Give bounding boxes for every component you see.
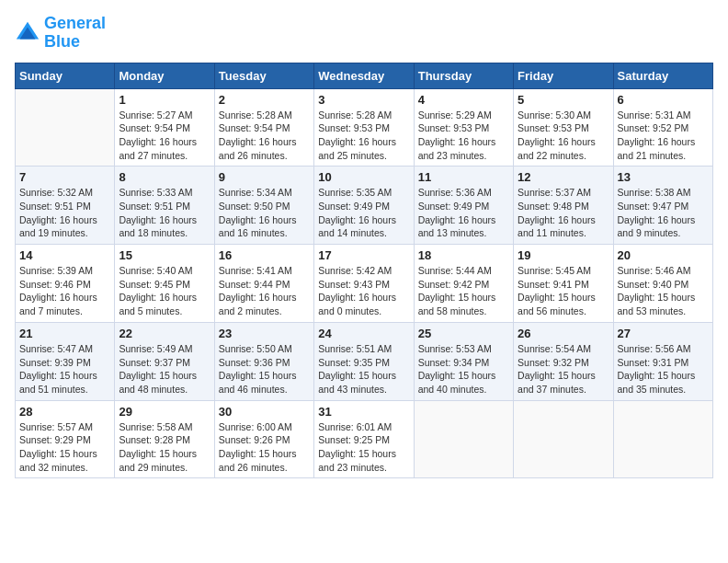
- cell-5-6: [514, 400, 613, 478]
- day-number: 21: [19, 327, 110, 340]
- cell-content: Sunrise: 5:29 AM Sunset: 9:53 PM Dayligh…: [418, 109, 509, 163]
- cell-3-7: 20Sunrise: 5:46 AM Sunset: 9:40 PM Dayli…: [613, 245, 712, 323]
- cell-5-5: [414, 400, 513, 478]
- day-number: 4: [418, 93, 509, 107]
- cell-3-6: 19Sunrise: 5:45 AM Sunset: 9:41 PM Dayli…: [514, 245, 613, 323]
- logo: General Blue: [15, 15, 106, 52]
- cell-content: Sunrise: 5:42 AM Sunset: 9:43 PM Dayligh…: [318, 264, 409, 318]
- cell-3-1: 14Sunrise: 5:39 AM Sunset: 9:46 PM Dayli…: [16, 245, 115, 323]
- day-number: 25: [418, 327, 509, 340]
- cell-content: Sunrise: 5:40 AM Sunset: 9:45 PM Dayligh…: [119, 264, 210, 318]
- day-number: 8: [119, 170, 210, 184]
- cell-4-7: 27Sunrise: 5:56 AM Sunset: 9:31 PM Dayli…: [613, 322, 712, 400]
- day-number: 1: [119, 93, 210, 107]
- day-number: 24: [318, 327, 409, 340]
- day-number: 20: [618, 248, 709, 262]
- logo-icon: [15, 20, 40, 46]
- cell-content: Sunrise: 5:56 AM Sunset: 9:31 PM Dayligh…: [618, 342, 709, 396]
- cell-content: Sunrise: 5:46 AM Sunset: 9:40 PM Dayligh…: [618, 264, 709, 318]
- cell-content: Sunrise: 5:47 AM Sunset: 9:39 PM Dayligh…: [19, 342, 110, 396]
- cell-5-4: 31Sunrise: 6:01 AM Sunset: 9:25 PM Dayli…: [314, 400, 414, 478]
- cell-content: Sunrise: 5:37 AM Sunset: 9:48 PM Dayligh…: [518, 186, 609, 240]
- day-number: 29: [119, 405, 210, 419]
- day-number: 22: [119, 327, 210, 340]
- cell-content: Sunrise: 5:44 AM Sunset: 9:42 PM Dayligh…: [418, 264, 509, 318]
- cell-2-2: 8Sunrise: 5:33 AM Sunset: 9:51 PM Daylig…: [115, 167, 214, 245]
- day-number: 11: [418, 170, 509, 184]
- day-number: 13: [618, 170, 709, 184]
- cell-1-1: [16, 88, 115, 167]
- cell-content: Sunrise: 6:01 AM Sunset: 9:25 PM Dayligh…: [318, 420, 409, 475]
- day-number: 10: [318, 170, 409, 184]
- cell-content: Sunrise: 5:27 AM Sunset: 9:54 PM Dayligh…: [119, 109, 210, 163]
- calendar-table: SundayMondayTuesdayWednesdayThursdayFrid…: [15, 63, 713, 479]
- day-number: 6: [618, 93, 709, 107]
- cell-1-7: 6Sunrise: 5:31 AM Sunset: 9:52 PM Daylig…: [613, 88, 712, 167]
- day-number: 17: [318, 248, 409, 262]
- header-saturday: Saturday: [613, 63, 712, 88]
- header-tuesday: Tuesday: [214, 63, 313, 88]
- cell-5-3: 30Sunrise: 6:00 AM Sunset: 9:26 PM Dayli…: [214, 400, 313, 478]
- header-thursday: Thursday: [414, 63, 513, 88]
- day-number: 30: [219, 405, 310, 419]
- cell-content: Sunrise: 5:35 AM Sunset: 9:49 PM Dayligh…: [318, 186, 409, 240]
- cell-4-3: 23Sunrise: 5:50 AM Sunset: 9:36 PM Dayli…: [214, 322, 313, 400]
- cell-content: Sunrise: 5:36 AM Sunset: 9:49 PM Dayligh…: [418, 186, 509, 240]
- day-number: 2: [219, 93, 310, 107]
- cell-1-2: 1Sunrise: 5:27 AM Sunset: 9:54 PM Daylig…: [115, 88, 214, 167]
- cell-content: Sunrise: 5:50 AM Sunset: 9:36 PM Dayligh…: [219, 342, 310, 396]
- week-row-2: 7Sunrise: 5:32 AM Sunset: 9:51 PM Daylig…: [16, 167, 713, 245]
- cell-2-3: 9Sunrise: 5:34 AM Sunset: 9:50 PM Daylig…: [214, 167, 313, 245]
- calendar-body: 1Sunrise: 5:27 AM Sunset: 9:54 PM Daylig…: [16, 88, 713, 478]
- cell-3-2: 15Sunrise: 5:40 AM Sunset: 9:45 PM Dayli…: [115, 245, 214, 323]
- day-number: 31: [318, 405, 409, 419]
- day-number: 16: [219, 248, 310, 262]
- cell-content: Sunrise: 5:33 AM Sunset: 9:51 PM Dayligh…: [119, 186, 210, 240]
- week-row-1: 1Sunrise: 5:27 AM Sunset: 9:54 PM Daylig…: [16, 88, 713, 167]
- cell-2-4: 10Sunrise: 5:35 AM Sunset: 9:49 PM Dayli…: [314, 167, 414, 245]
- cell-1-3: 2Sunrise: 5:28 AM Sunset: 9:54 PM Daylig…: [214, 88, 313, 167]
- cell-5-7: [613, 400, 712, 478]
- day-number: 5: [518, 93, 609, 107]
- header-friday: Friday: [514, 63, 613, 88]
- cell-3-3: 16Sunrise: 5:41 AM Sunset: 9:44 PM Dayli…: [214, 245, 313, 323]
- cell-content: Sunrise: 5:54 AM Sunset: 9:32 PM Dayligh…: [518, 342, 609, 396]
- cell-content: Sunrise: 5:31 AM Sunset: 9:52 PM Dayligh…: [618, 109, 709, 163]
- week-row-3: 14Sunrise: 5:39 AM Sunset: 9:46 PM Dayli…: [16, 245, 713, 323]
- cell-content: Sunrise: 5:38 AM Sunset: 9:47 PM Dayligh…: [618, 186, 709, 240]
- week-row-4: 21Sunrise: 5:47 AM Sunset: 9:39 PM Dayli…: [16, 322, 713, 400]
- cell-4-1: 21Sunrise: 5:47 AM Sunset: 9:39 PM Dayli…: [16, 322, 115, 400]
- day-number: 23: [219, 327, 310, 340]
- cell-3-5: 18Sunrise: 5:44 AM Sunset: 9:42 PM Dayli…: [414, 245, 513, 323]
- cell-content: Sunrise: 5:58 AM Sunset: 9:28 PM Dayligh…: [119, 420, 210, 475]
- cell-content: Sunrise: 5:30 AM Sunset: 9:53 PM Dayligh…: [518, 109, 609, 163]
- week-row-5: 28Sunrise: 5:57 AM Sunset: 9:29 PM Dayli…: [16, 400, 713, 478]
- cell-1-6: 5Sunrise: 5:30 AM Sunset: 9:53 PM Daylig…: [514, 88, 613, 167]
- header-row: SundayMondayTuesdayWednesdayThursdayFrid…: [16, 63, 713, 88]
- cell-4-2: 22Sunrise: 5:49 AM Sunset: 9:37 PM Dayli…: [115, 322, 214, 400]
- cell-content: Sunrise: 6:00 AM Sunset: 9:26 PM Dayligh…: [219, 420, 310, 475]
- cell-content: Sunrise: 5:57 AM Sunset: 9:29 PM Dayligh…: [19, 420, 110, 475]
- cell-content: Sunrise: 5:39 AM Sunset: 9:46 PM Dayligh…: [19, 264, 110, 318]
- cell-2-7: 13Sunrise: 5:38 AM Sunset: 9:47 PM Dayli…: [613, 167, 712, 245]
- header-sunday: Sunday: [16, 63, 115, 88]
- cell-4-4: 24Sunrise: 5:51 AM Sunset: 9:35 PM Dayli…: [314, 322, 414, 400]
- cell-content: Sunrise: 5:49 AM Sunset: 9:37 PM Dayligh…: [119, 342, 210, 396]
- cell-4-6: 26Sunrise: 5:54 AM Sunset: 9:32 PM Dayli…: [514, 322, 613, 400]
- header-wednesday: Wednesday: [314, 63, 414, 88]
- cell-1-4: 3Sunrise: 5:28 AM Sunset: 9:53 PM Daylig…: [314, 88, 414, 167]
- cell-content: Sunrise: 5:32 AM Sunset: 9:51 PM Dayligh…: [19, 186, 110, 240]
- day-number: 18: [418, 248, 509, 262]
- cell-4-5: 25Sunrise: 5:53 AM Sunset: 9:34 PM Dayli…: [414, 322, 513, 400]
- cell-content: Sunrise: 5:34 AM Sunset: 9:50 PM Dayligh…: [219, 186, 310, 240]
- day-number: 27: [618, 327, 709, 340]
- day-number: 12: [518, 170, 609, 184]
- day-number: 9: [219, 170, 310, 184]
- calendar-header: SundayMondayTuesdayWednesdayThursdayFrid…: [16, 63, 713, 88]
- cell-5-2: 29Sunrise: 5:58 AM Sunset: 9:28 PM Dayli…: [115, 400, 214, 478]
- cell-3-4: 17Sunrise: 5:42 AM Sunset: 9:43 PM Dayli…: [314, 245, 414, 323]
- cell-2-5: 11Sunrise: 5:36 AM Sunset: 9:49 PM Dayli…: [414, 167, 513, 245]
- cell-5-1: 28Sunrise: 5:57 AM Sunset: 9:29 PM Dayli…: [16, 400, 115, 478]
- cell-1-5: 4Sunrise: 5:29 AM Sunset: 9:53 PM Daylig…: [414, 88, 513, 167]
- cell-content: Sunrise: 5:53 AM Sunset: 9:34 PM Dayligh…: [418, 342, 509, 396]
